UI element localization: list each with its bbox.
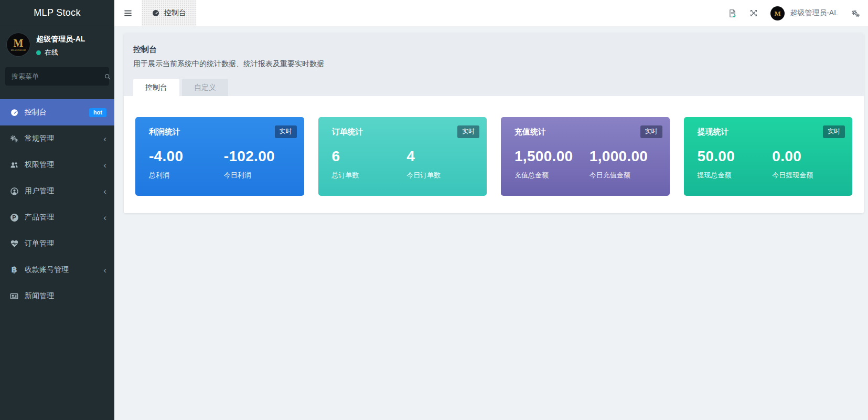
topbar-tab-label: 控制台 xyxy=(164,8,186,18)
topbar-user-name: 超级管理员-AL xyxy=(790,8,838,18)
app-title[interactable]: MLP Stock xyxy=(0,0,114,26)
user-panel: M MILLENNIUM 超级管理员-AL 在线 xyxy=(0,26,114,61)
card-title: 充值统计 xyxy=(515,127,656,137)
chevron-left-icon: ‹ xyxy=(103,187,106,196)
panel-heading: 控制台 用于展示当前系统中的统计数据、统计报表及重要实时数据 控制台 自定义 xyxy=(124,33,864,96)
stat-value: 1,500.00 xyxy=(515,148,590,165)
stat-label: 今日充值金额 xyxy=(590,171,656,180)
stat-card-withdraw: 提现统计 实时 50.00 提现总金额 0.00 今日提现金额 xyxy=(684,117,853,196)
stat-label: 今日利润 xyxy=(224,171,291,180)
users-icon xyxy=(8,160,20,170)
avatar-letter: M xyxy=(775,10,781,17)
chevron-left-icon: ‹ xyxy=(103,134,106,143)
menu-toggle-button[interactable] xyxy=(114,0,142,26)
settings-gears-icon[interactable] xyxy=(851,8,860,18)
realtime-badge: 实时 xyxy=(457,125,479,138)
chevron-left-icon: ‹ xyxy=(103,161,106,170)
avatar-subtext: MILLENNIUM xyxy=(11,49,26,51)
search-icon[interactable] xyxy=(104,73,111,80)
sidebar-item-payment-accounts[interactable]: ฿ 收款账号管理 ‹ xyxy=(0,257,114,283)
sidebar-item-users[interactable]: 用户管理 ‹ xyxy=(0,178,114,204)
page-title: 控制台 xyxy=(133,45,854,55)
card-title: 提现统计 xyxy=(698,127,839,137)
tab-custom[interactable]: 自定义 xyxy=(182,79,228,96)
sidebar-item-news[interactable]: 新闻管理 xyxy=(0,283,114,309)
newspaper-icon xyxy=(8,291,20,301)
user-name: 超级管理员-AL xyxy=(36,35,85,44)
online-status-dot xyxy=(36,50,41,55)
stat-value: 6 xyxy=(332,148,407,165)
stat-label: 今日订单数 xyxy=(406,171,473,180)
avatar: M xyxy=(770,6,785,20)
dashboard-icon xyxy=(152,9,160,17)
card-title: 利润统计 xyxy=(149,127,291,137)
topbar: 控制台 M 超级管理员-AL xyxy=(114,0,868,26)
sidebar-item-dashboard[interactable]: 控制台 hot xyxy=(0,99,114,125)
product-icon: P xyxy=(8,214,20,222)
main-content: 控制台 用于展示当前系统中的统计数据、统计报表及重要实时数据 控制台 自定义 利… xyxy=(114,26,868,420)
sidebar-item-label: 新闻管理 xyxy=(25,291,54,301)
clear-cache-icon[interactable] xyxy=(728,9,737,18)
realtime-badge: 实时 xyxy=(823,125,845,138)
avatar-letter: M xyxy=(14,38,24,48)
stat-label: 总订单数 xyxy=(332,171,407,180)
topbar-actions: M 超级管理员-AL xyxy=(728,6,868,20)
page-description: 用于展示当前系统中的统计数据、统计报表及重要实时数据 xyxy=(133,59,854,69)
sidebar: MLP Stock M MILLENNIUM 超级管理员-AL 在线 xyxy=(0,0,114,420)
stat-card-profit: 利润统计 实时 -4.00 总利润 -102.00 今日利润 xyxy=(135,117,304,196)
sidebar-item-label: 权限管理 xyxy=(25,160,54,170)
sidebar-item-permissions[interactable]: 权限管理 ‹ xyxy=(0,152,114,178)
sidebar-item-label: 订单管理 xyxy=(25,239,54,248)
user-status: 在线 xyxy=(36,48,85,57)
user-circle-icon xyxy=(8,187,20,196)
stat-label: 提现总金额 xyxy=(698,171,773,180)
heartbeat-icon xyxy=(8,239,20,248)
avatar: M MILLENNIUM xyxy=(7,33,30,56)
topbar-tab-dashboard[interactable]: 控制台 xyxy=(142,0,196,26)
stat-label: 充值总金额 xyxy=(515,171,590,180)
stat-value: 0.00 xyxy=(772,148,839,165)
stat-label: 今日提现金额 xyxy=(772,171,839,180)
topbar-user-menu[interactable]: M 超级管理员-AL xyxy=(770,6,838,20)
stat-label: 总利润 xyxy=(149,171,224,180)
menu-search xyxy=(5,67,109,86)
stat-value: 50.00 xyxy=(698,148,773,165)
chevron-left-icon: ‹ xyxy=(103,213,106,222)
stat-value: -4.00 xyxy=(149,148,224,165)
sidebar-item-label: 产品管理 xyxy=(25,213,54,222)
sidebar-item-general[interactable]: 常规管理 ‹ xyxy=(0,125,114,152)
stat-cards: 利润统计 实时 -4.00 总利润 -102.00 今日利润 xyxy=(135,117,852,196)
realtime-badge: 实时 xyxy=(275,125,297,138)
dashboard-icon xyxy=(8,108,20,117)
panel-tabs: 控制台 自定义 xyxy=(133,79,854,96)
tab-dashboard[interactable]: 控制台 xyxy=(133,79,179,96)
stat-card-recharge: 充值统计 实时 1,500.00 充值总金额 1,000.00 今日充值金额 xyxy=(501,117,670,196)
online-status-label: 在线 xyxy=(45,48,58,57)
search-input[interactable] xyxy=(12,72,104,80)
stat-card-orders: 订单统计 实时 6 总订单数 4 今日订单数 xyxy=(318,117,487,196)
sidebar-item-label: 用户管理 xyxy=(25,186,54,196)
chevron-left-icon: ‹ xyxy=(103,266,106,275)
fullscreen-icon[interactable] xyxy=(749,9,758,17)
card-title: 订单统计 xyxy=(332,127,474,137)
panel-body: 利润统计 实时 -4.00 总利润 -102.00 今日利润 xyxy=(124,96,864,213)
stat-value: -102.00 xyxy=(224,148,291,165)
dashboard-panel: 控制台 用于展示当前系统中的统计数据、统计报表及重要实时数据 控制台 自定义 利… xyxy=(124,33,864,213)
hot-badge: hot xyxy=(89,108,106,117)
sidebar-menu: 控制台 hot 常规管理 ‹ 权限管理 xyxy=(0,99,114,309)
cogs-icon xyxy=(8,134,20,143)
bitcoin-icon: ฿ xyxy=(8,266,20,274)
sidebar-item-label: 常规管理 xyxy=(25,134,54,143)
stat-value: 1,000.00 xyxy=(590,148,656,165)
sidebar-item-products[interactable]: P 产品管理 ‹ xyxy=(0,204,114,230)
realtime-badge: 实时 xyxy=(640,125,662,138)
sidebar-item-label: 收款账号管理 xyxy=(25,265,69,275)
sidebar-item-label: 控制台 xyxy=(25,108,47,117)
sidebar-item-orders[interactable]: 订单管理 xyxy=(0,230,114,257)
stat-value: 4 xyxy=(406,148,473,165)
